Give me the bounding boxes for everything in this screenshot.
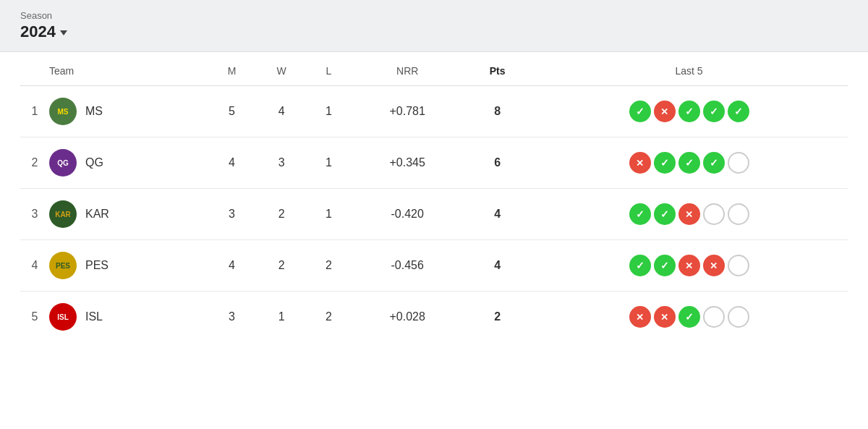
- season-header: Season 2024: [0, 0, 868, 52]
- result-win-icon: [629, 101, 651, 122]
- losses-cell: 2: [307, 292, 350, 343]
- rank-cell: 2: [20, 137, 49, 189]
- losses-cell: 2: [307, 240, 350, 292]
- team-logo: MS: [49, 98, 77, 125]
- wins-cell: 2: [256, 189, 307, 240]
- result-empty-icon: [728, 306, 749, 328]
- team-abbreviation: QG: [85, 156, 103, 169]
- wins-cell: 4: [256, 86, 307, 137]
- result-win-icon: [678, 306, 700, 328]
- result-loss-icon: [629, 152, 651, 174]
- result-empty-icon: [728, 203, 749, 225]
- result-win-icon: [654, 203, 676, 225]
- result-empty-icon: [728, 255, 749, 276]
- last5-cell: [530, 240, 848, 292]
- team-header: Team: [49, 52, 208, 86]
- nrr-cell: -0.420: [350, 189, 464, 240]
- wins-cell: 2: [256, 240, 307, 292]
- team-cell: KARKAR: [49, 189, 208, 240]
- matches-cell: 3: [208, 292, 256, 343]
- last5-header: Last 5: [530, 52, 848, 86]
- table-header-row: Team M W L NRR Pts Last 5: [20, 52, 848, 86]
- team-abbreviation: ISL: [85, 310, 103, 323]
- rank-cell: 1: [20, 86, 49, 137]
- standings-table: Team M W L NRR Pts Last 5 1MSMS541+0.781…: [20, 52, 848, 342]
- result-win-icon: [629, 203, 651, 225]
- last5-cell: [530, 137, 848, 189]
- wins-cell: 1: [256, 292, 307, 343]
- table-row: 4PESPES422-0.4564: [20, 240, 848, 292]
- l-header: L: [307, 52, 350, 86]
- rank-header: [20, 52, 49, 86]
- rank-cell: 5: [20, 292, 49, 343]
- result-empty-icon: [728, 152, 749, 174]
- team-cell: MSMS: [49, 86, 208, 137]
- result-loss-icon: [678, 255, 700, 276]
- pts-header: Pts: [464, 52, 530, 86]
- matches-cell: 3: [208, 189, 256, 240]
- losses-cell: 1: [307, 86, 350, 137]
- season-label: Season: [20, 10, 848, 21]
- last5-cell: [530, 292, 848, 343]
- w-header: W: [256, 52, 307, 86]
- team-cell: QGQG: [49, 137, 208, 189]
- losses-cell: 1: [307, 137, 350, 189]
- season-dropdown[interactable]: 2024: [20, 22, 848, 41]
- result-loss-icon: [654, 101, 676, 122]
- result-loss-icon: [678, 203, 700, 225]
- points-cell: 8: [464, 86, 530, 137]
- team-abbreviation: KAR: [85, 208, 109, 221]
- result-win-icon: [654, 152, 676, 174]
- table-row: 2QGQG431+0.3456: [20, 137, 848, 189]
- team-cell: ISLISL: [49, 292, 208, 343]
- result-empty-icon: [703, 306, 725, 328]
- team-logo: PES: [49, 252, 77, 279]
- result-loss-icon: [654, 306, 676, 328]
- standings-table-container: Team M W L NRR Pts Last 5 1MSMS541+0.781…: [0, 52, 868, 342]
- result-win-icon: [703, 101, 725, 122]
- losses-cell: 1: [307, 189, 350, 240]
- matches-cell: 4: [208, 240, 256, 292]
- nrr-cell: +0.345: [350, 137, 464, 189]
- season-year: 2024: [20, 22, 56, 41]
- rank-cell: 3: [20, 189, 49, 240]
- m-header: M: [208, 52, 256, 86]
- points-cell: 6: [464, 137, 530, 189]
- team-cell: PESPES: [49, 240, 208, 292]
- nrr-cell: -0.456: [350, 240, 464, 292]
- result-empty-icon: [703, 203, 725, 225]
- nrr-header: NRR: [350, 52, 464, 86]
- last5-cell: [530, 189, 848, 240]
- table-row: 1MSMS541+0.7818: [20, 86, 848, 137]
- result-win-icon: [678, 152, 700, 174]
- result-win-icon: [728, 101, 749, 122]
- matches-cell: 5: [208, 86, 256, 137]
- matches-cell: 4: [208, 137, 256, 189]
- result-win-icon: [703, 152, 725, 174]
- points-cell: 2: [464, 292, 530, 343]
- rank-cell: 4: [20, 240, 49, 292]
- team-abbreviation: MS: [85, 105, 103, 118]
- nrr-cell: +0.781: [350, 86, 464, 137]
- result-win-icon: [629, 255, 651, 276]
- points-cell: 4: [464, 240, 530, 292]
- team-logo: ISL: [49, 303, 77, 331]
- chevron-down-icon: [60, 30, 67, 35]
- result-loss-icon: [629, 306, 651, 328]
- table-row: 5ISLISL312+0.0282: [20, 292, 848, 343]
- points-cell: 4: [464, 189, 530, 240]
- wins-cell: 3: [256, 137, 307, 189]
- team-logo: QG: [49, 149, 77, 177]
- last5-cell: [530, 86, 848, 137]
- team-abbreviation: PES: [85, 259, 109, 272]
- table-row: 3KARKAR321-0.4204: [20, 189, 848, 240]
- result-loss-icon: [703, 255, 725, 276]
- result-win-icon: [678, 101, 700, 122]
- nrr-cell: +0.028: [350, 292, 464, 343]
- result-win-icon: [654, 255, 676, 276]
- team-logo: KAR: [49, 200, 77, 228]
